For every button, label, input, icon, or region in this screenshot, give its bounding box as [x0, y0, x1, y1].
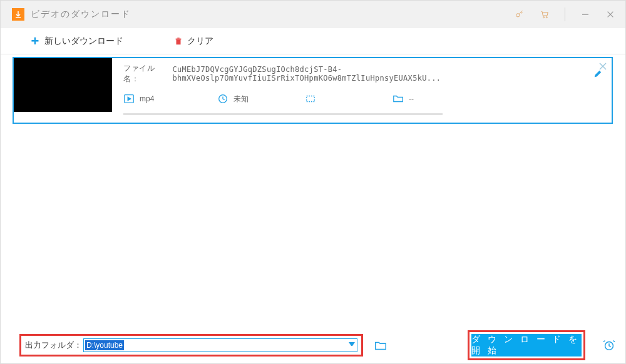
- cart-icon[interactable]: [536, 6, 553, 23]
- svg-rect-6: [177, 39, 181, 44]
- duration-cell: 未知: [217, 93, 299, 104]
- svg-rect-7: [176, 38, 182, 39]
- start-download-wrap: ダ ウ ン ロ ー ド を 開 始: [468, 330, 585, 360]
- svg-point-1: [543, 17, 545, 18]
- bottom-bar: 出力フォルダ： D:\youtube ダ ウ ン ロ ー ド を 開 始: [1, 327, 625, 363]
- format-cell[interactable]: mp4: [123, 93, 211, 104]
- clock-icon: [217, 93, 228, 104]
- svg-marker-12: [128, 97, 131, 100]
- clear-label: クリア: [187, 36, 213, 47]
- new-download-label: 新しいダウンロード: [44, 36, 123, 47]
- open-folder-button[interactable]: [373, 338, 388, 353]
- minimize-button[interactable]: [577, 6, 594, 23]
- dimension-icon: [305, 93, 316, 104]
- close-button[interactable]: [602, 6, 619, 23]
- filename-value: CuMEbJ7DQVcgGYJGqDZSugIOch8dcjST-B4-bhmX…: [172, 65, 583, 83]
- toolbar: + 新しいダウンロード クリア: [1, 28, 625, 54]
- folder-icon: [393, 93, 404, 104]
- alarm-button[interactable]: [600, 336, 618, 354]
- filename-label: ファイル名：: [123, 63, 167, 84]
- folder-cell[interactable]: --: [393, 93, 468, 104]
- chevron-down-icon[interactable]: [349, 342, 355, 348]
- download-list: ファイル名： CuMEbJ7DQVcgGYJGqDZSugIOch8dcjST-…: [1, 54, 625, 327]
- video-icon: [123, 93, 135, 104]
- key-icon[interactable]: [511, 6, 528, 23]
- video-thumbnail: [14, 58, 112, 112]
- output-path-dropdown[interactable]: D:\youtube: [83, 338, 357, 352]
- output-path-selected-text: D:\youtube: [85, 340, 124, 350]
- format-value: mp4: [140, 94, 154, 103]
- output-path-input[interactable]: [83, 338, 357, 352]
- svg-rect-14: [307, 96, 315, 102]
- folder-value: --: [409, 94, 414, 103]
- separator: [565, 8, 565, 21]
- svg-point-2: [546, 17, 547, 18]
- titlebar: ビデオのダウンロード: [1, 1, 625, 28]
- app-window: ビデオのダウンロード + 新しいダウンロード クリ: [0, 0, 626, 364]
- download-item[interactable]: ファイル名： CuMEbJ7DQVcgGYJGqDZSugIOch8dcjST-…: [13, 57, 613, 124]
- svg-point-0: [516, 14, 520, 17]
- item-meta: mp4 未知: [123, 93, 603, 104]
- duration-value: 未知: [233, 94, 249, 104]
- trash-icon: [173, 36, 183, 46]
- window-title: ビデオのダウンロード: [31, 9, 511, 20]
- output-folder-group: 出力フォルダ： D:\youtube: [19, 334, 363, 356]
- app-icon: [12, 8, 24, 21]
- remove-item-button[interactable]: [599, 62, 607, 72]
- plus-icon: +: [29, 36, 41, 47]
- new-download-button[interactable]: + 新しいダウンロード: [29, 36, 123, 47]
- start-download-button[interactable]: ダ ウ ン ロ ー ド を 開 始: [471, 334, 582, 356]
- output-label: 出力フォルダ：: [25, 340, 82, 351]
- dimension-cell[interactable]: [305, 93, 386, 104]
- progress-bar: [123, 113, 443, 115]
- svg-rect-8: [177, 38, 180, 38]
- clear-button[interactable]: クリア: [173, 36, 213, 47]
